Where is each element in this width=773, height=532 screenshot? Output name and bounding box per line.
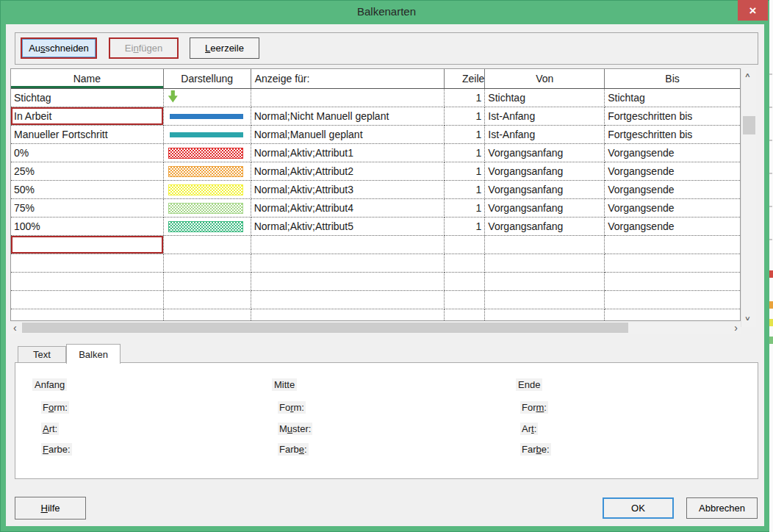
to-cell[interactable]: Vorgangsende [605,162,740,181]
section-anfang-title: Anfang [32,378,67,391]
from-cell[interactable]: Vorgangsanfang [485,144,605,162]
to-cell[interactable]: Vorgangsende [605,144,740,162]
paste-button[interactable]: Einfügen [109,37,179,59]
show-for-cell[interactable]: Normal;Aktiv;Attribut1 [251,144,445,162]
to-cell[interactable]: Stichtag [605,89,740,107]
bar-preview-cell[interactable] [164,107,251,126]
show-for-cell[interactable] [251,236,445,254]
name-cell[interactable]: 75% [11,199,164,218]
table-row[interactable] [11,236,740,254]
table-row[interactable]: 50% Normal;Aktiv;Attribut3 1 Vorgangsanf… [11,181,740,199]
empty-table-row[interactable] [11,309,740,321]
bar-preview-cell[interactable] [164,218,251,236]
scroll-up-icon[interactable]: ∧ [744,72,751,78]
bar-preview-cell[interactable] [164,181,251,199]
row-number-cell[interactable] [445,236,485,254]
bar-preview-cell[interactable] [164,144,251,162]
from-cell[interactable] [485,236,605,254]
show-for-cell[interactable]: Normal;Aktiv;Attribut5 [251,218,445,236]
row-number-cell[interactable]: 1 [445,218,485,236]
bar-preview-cell[interactable] [164,162,251,181]
row-number-cell[interactable]: 1 [445,162,485,181]
scroll-left-icon[interactable]: ‹ [13,323,17,333]
close-button[interactable]: × [738,0,768,21]
table-row[interactable]: 25% Normal;Aktiv;Attribut2 1 Vorgangsanf… [11,162,740,181]
header-name[interactable]: Name [11,69,164,89]
row-number-cell[interactable]: 1 [445,199,485,218]
header-anzeige[interactable]: Anzeige für: [251,69,445,89]
header-darstellung[interactable]: Darstellung [164,69,251,89]
cancel-button[interactable]: Abbrechen [686,497,758,519]
to-cell[interactable]: Vorgangsende [605,199,740,218]
bar-preview-cell[interactable] [164,236,251,254]
bar-preview-cell[interactable] [164,199,251,218]
row-number-cell[interactable]: 1 [445,107,485,126]
to-cell[interactable] [605,236,740,254]
table-row[interactable]: In Arbeit Normal;Nicht Manuell geplant 1… [11,107,740,126]
from-cell[interactable]: Stichtag [485,89,605,107]
anfang-art-label: Art: [41,423,59,435]
show-for-cell[interactable]: Normal;Nicht Manuell geplant [251,107,445,126]
header-bis[interactable]: Bis [605,69,740,89]
table-row[interactable]: 100% Normal;Aktiv;Attribut5 1 Vorgangsan… [11,218,740,236]
show-for-cell[interactable]: Normal;Aktiv;Attribut2 [251,162,445,181]
from-cell[interactable]: Ist-Anfang [485,126,605,144]
from-cell[interactable]: Vorgangsanfang [485,181,605,199]
cut-button[interactable]: Ausschneiden [21,37,97,59]
to-cell[interactable]: Fortgeschritten bis [605,107,740,126]
ok-button[interactable]: OK [603,497,674,519]
name-cell[interactable]: 100% [11,218,164,236]
horizontal-scroll-thumb[interactable] [22,323,628,333]
header-zeile[interactable]: Zeile [445,69,485,89]
to-cell[interactable]: Fortgeschritten bis [605,126,740,144]
row-number-cell[interactable]: 1 [445,126,485,144]
help-button[interactable]: Hilfe [15,497,86,520]
bar-preview-cell[interactable] [164,126,251,144]
dialog-title: Balkenarten [0,5,773,18]
bar-preview [170,132,243,137]
anfang-farbe-label: Farbe: [41,443,72,456]
name-cell[interactable]: Stichtag [11,89,164,107]
show-for-cell[interactable]: Normal;Manuell geplant [251,126,445,144]
name-cell[interactable]: 25% [11,162,164,181]
from-cell[interactable]: Ist-Anfang [485,107,605,126]
table-row[interactable]: 75% Normal;Aktiv;Attribut4 1 Vorgangsanf… [11,199,740,218]
row-number-cell[interactable]: 1 [445,144,485,162]
row-number-cell[interactable]: 1 [445,181,485,199]
scroll-right-icon[interactable]: › [734,323,738,333]
bar-styles-table: Name Darstellung Anzeige für: Zeile Von … [10,68,741,321]
from-cell[interactable]: Vorgangsanfang [485,162,605,181]
tab-balken[interactable]: Balken [66,344,121,364]
name-cell[interactable]: 50% [11,181,164,199]
scroll-down-icon[interactable]: ∨ [744,315,751,321]
row-number-cell[interactable]: 1 [445,89,485,107]
mitte-muster-label: Muster: [278,423,312,435]
bar-preview-cell[interactable] [164,89,251,107]
horizontal-scrollbar[interactable]: ‹ › [10,321,741,334]
selected-column-underline [11,86,163,88]
empty-table-row[interactable] [11,291,740,309]
show-for-cell[interactable]: Normal;Aktiv;Attribut4 [251,199,445,218]
to-cell[interactable]: Vorgangsende [605,181,740,199]
to-cell[interactable]: Vorgangsende [605,218,740,236]
mitte-form-label: Form: [278,401,306,414]
name-cell[interactable]: In Arbeit [11,107,164,126]
empty-table-row[interactable] [11,273,740,291]
name-cell[interactable]: 0% [11,144,164,162]
vertical-scroll-thumb[interactable] [743,116,755,134]
name-cell[interactable] [11,236,164,254]
table-row[interactable]: Stichtag 1 Stichtag Stichtag [11,89,740,107]
show-for-cell[interactable]: Normal;Aktiv;Attribut3 [251,181,445,199]
from-cell[interactable]: Vorgangsanfang [485,199,605,218]
tab-text[interactable]: Text [18,346,66,363]
from-cell[interactable]: Vorgangsanfang [485,218,605,236]
header-von[interactable]: Von [485,69,605,89]
table-row[interactable]: Manueller Fortschritt Normal;Manuell gep… [11,126,740,144]
vertical-scrollbar[interactable]: ∧ ∨ [741,68,756,327]
blank-row-button[interactable]: Leerzeile [190,37,259,59]
table-body: Stichtag 1 Stichtag Stichtag In Arbeit N… [11,89,740,321]
empty-table-row[interactable] [11,254,740,273]
table-row[interactable]: 0% Normal;Aktiv;Attribut1 1 Vorgangsanfa… [11,144,740,162]
name-cell[interactable]: Manueller Fortschritt [11,126,164,144]
show-for-cell[interactable] [251,89,445,107]
